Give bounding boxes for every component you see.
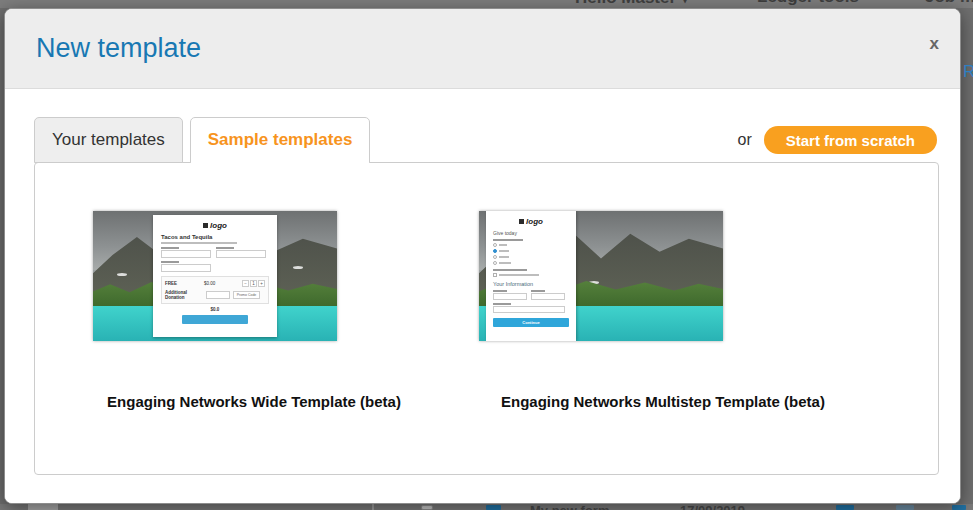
preview-event-title: Tacos and Tequila xyxy=(161,234,269,240)
preview-free-label: FREE xyxy=(165,281,177,286)
snow-patch xyxy=(117,273,127,276)
preview-quantity-stepper: − 1 + xyxy=(242,280,265,287)
preview-your-information: Your Information xyxy=(493,281,569,287)
row-cell-fragment xyxy=(28,504,58,510)
preview-total: $0.0 xyxy=(161,307,269,312)
row-divider xyxy=(372,504,374,510)
preview-email-field xyxy=(161,261,269,272)
template-thumbnail-multistep[interactable]: logo Give today Your Information xyxy=(479,211,723,341)
modal-title: New template xyxy=(36,33,201,64)
template-title-wide: Engaging Networks Wide Template (beta) xyxy=(59,393,449,410)
preview-frequency-label xyxy=(493,269,527,271)
modal-body: Your templates Sample templates or Start… xyxy=(5,89,960,504)
sample-templates-panel: logo Tacos and Tequila xyxy=(34,162,939,475)
selected-radio xyxy=(493,249,497,253)
screen: Hello Master ▾ Ledger tools Job monitor … xyxy=(0,0,973,510)
preview-give-today: Give today xyxy=(493,230,569,236)
preview-submit-button xyxy=(182,315,248,324)
preview-continue-button: Continue xyxy=(493,318,569,327)
preview-name-fields xyxy=(161,247,269,258)
preview-logo: logo xyxy=(161,221,269,230)
tab-your-templates[interactable]: Your templates xyxy=(34,117,183,163)
close-icon[interactable]: x xyxy=(930,35,939,52)
logo-icon xyxy=(519,219,524,224)
preview-order-box: FREE $0.00 − 1 + Additional Donation xyxy=(161,276,269,304)
preview-form-card: logo Tacos and Tequila xyxy=(153,215,277,337)
or-label: or xyxy=(738,131,752,149)
row-action-icon-2 xyxy=(896,505,914,510)
preview-logo: logo xyxy=(493,217,569,226)
start-from-scratch-button[interactable]: Start from scratch xyxy=(764,126,937,154)
snow-patch xyxy=(293,266,303,269)
tab-label: Your templates xyxy=(52,130,165,149)
start-from-scratch-row: or Start from scratch xyxy=(738,126,937,154)
background-top-nav: Hello Master ▾ Ledger tools Job monitor xyxy=(0,0,973,8)
background-table-row: My new form 17/09/2019 xyxy=(0,504,973,510)
template-tabs: Your templates Sample templates xyxy=(34,117,370,163)
new-template-modal: New template x Your templates Sample tem… xyxy=(4,8,961,504)
logo-icon xyxy=(203,223,208,228)
background-link-fragment: R xyxy=(963,62,973,82)
row-checkbox-fragment xyxy=(421,505,433,510)
tab-sample-templates[interactable]: Sample templates xyxy=(190,117,371,163)
form-type-icon-fragment xyxy=(486,505,501,510)
row-action-icon-3 xyxy=(952,505,966,510)
row-form-name: My new form xyxy=(530,504,609,510)
bg-nav-job-monitor: Job monitor xyxy=(925,0,973,7)
preview-amount: $0.00 xyxy=(204,281,215,286)
template-thumbnail-wide[interactable]: logo Tacos and Tequila xyxy=(93,211,337,341)
preview-promo-button: Promo Code xyxy=(233,291,260,299)
template-title-multistep: Engaging Networks Multistep Template (be… xyxy=(433,393,893,410)
row-action-icon-1 xyxy=(836,505,854,510)
preview-donation-label: Additional Donation xyxy=(165,290,203,300)
row-date: 17/09/2019 xyxy=(680,504,745,510)
bg-nav-ledger-tools: Ledger tools xyxy=(757,0,859,7)
modal-header: New template x xyxy=(5,9,960,89)
preview-amount-label xyxy=(493,239,523,241)
preview-form-panel: logo Give today Your Information xyxy=(486,211,576,341)
bg-nav-hello-master: Hello Master ▾ xyxy=(575,0,689,8)
preview-date-line xyxy=(161,242,237,244)
tab-label: Sample templates xyxy=(208,130,353,149)
